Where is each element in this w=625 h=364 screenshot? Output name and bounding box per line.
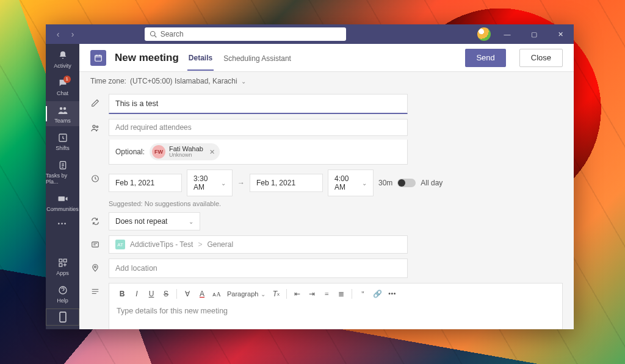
end-date-input[interactable]: Feb 1, 2021: [250, 174, 323, 192]
number-list-button[interactable]: ≣: [334, 287, 348, 301]
required-attendees-input[interactable]: Add required attendees: [109, 119, 408, 136]
shifts-icon: [57, 132, 68, 143]
location-input[interactable]: Add location: [109, 259, 408, 278]
italic-button[interactable]: I: [130, 287, 143, 301]
rail-device[interactable]: [46, 309, 79, 326]
attendee-chip: FW Fati Wahab Unknown ✕: [150, 143, 220, 160]
attendee-avatar: FW: [152, 145, 165, 159]
rail-shifts[interactable]: Shifts: [46, 129, 79, 154]
rail-more[interactable]: •••: [46, 217, 79, 229]
remove-attendee-button[interactable]: ✕: [209, 148, 215, 156]
main-panel: New meeting Details Scheduling Assistant…: [79, 24, 574, 329]
location-icon: [87, 259, 104, 272]
search-icon: [150, 30, 157, 38]
communities-icon: [57, 193, 68, 204]
tab-details[interactable]: Details: [187, 45, 214, 71]
chat-badge: 1: [63, 76, 71, 83]
channel-team: AddictiveTips - Test: [130, 240, 193, 249]
search-placeholder: Search: [161, 30, 184, 38]
indent-increase-button[interactable]: ⇥: [305, 287, 319, 301]
allday-label: All day: [421, 179, 443, 187]
send-button[interactable]: Send: [465, 49, 505, 67]
font-size-button[interactable]: ᴀA: [210, 287, 223, 301]
description-editor: B I U S ∀ A ᴀA Paragraph⌄ Tx ⇤: [109, 283, 563, 329]
svg-rect-12: [95, 55, 102, 60]
svg-point-0: [150, 32, 155, 37]
maximize-button[interactable]: ▢: [524, 24, 544, 44]
close-window-button[interactable]: ✕: [551, 24, 571, 44]
svg-point-2: [59, 107, 62, 110]
allday-toggle[interactable]: [397, 179, 416, 187]
tab-scheduling-assistant[interactable]: Scheduling Assistant: [222, 46, 292, 70]
page-header: New meeting Details Scheduling Assistant…: [79, 44, 574, 72]
timezone-row[interactable]: Time zone: (UTC+05:00) Islamabad, Karach…: [79, 72, 574, 90]
title-bar: ‹ › Search — ▢ ✕: [46, 24, 574, 44]
paragraph-select[interactable]: Paragraph⌄: [225, 290, 268, 298]
start-time-input[interactable]: 3:30 AM⌄: [187, 170, 233, 196]
device-icon: [57, 312, 68, 323]
rail-apps[interactable]: Apps: [46, 254, 79, 279]
svg-line-1: [154, 35, 156, 37]
chevron-down-icon: ⌄: [362, 180, 367, 187]
svg-point-3: [63, 107, 66, 110]
rail-teams[interactable]: Teams: [46, 101, 79, 126]
chevron-down-icon: ⌄: [221, 180, 226, 187]
calendar-icon: [90, 50, 106, 66]
optional-attendees-row[interactable]: Optional: FW Fati Wahab Unknown ✕: [109, 140, 408, 165]
svg-point-14: [96, 126, 98, 128]
svg-point-13: [93, 125, 95, 127]
strike-button[interactable]: S: [159, 287, 173, 301]
rail-label: Help: [57, 298, 68, 304]
timezone-label: Time zone:: [90, 77, 126, 85]
description-input[interactable]: Type details for this new meeting: [109, 304, 562, 329]
highlight-button[interactable]: ∀: [181, 287, 194, 301]
svg-rect-11: [60, 312, 66, 322]
rail-label: Activity: [54, 63, 71, 69]
tasks-icon: [57, 160, 68, 171]
people-icon: [87, 119, 104, 132]
close-button[interactable]: Close: [519, 49, 563, 67]
apps-icon: [57, 257, 68, 268]
team-avatar: AT: [115, 240, 125, 249]
more-icon: •••: [58, 221, 67, 227]
rail-tasks[interactable]: Tasks by Pla...: [46, 156, 79, 187]
rail-help[interactable]: Help: [46, 281, 79, 306]
back-button[interactable]: ‹: [52, 29, 64, 39]
link-button[interactable]: 🔗: [370, 287, 384, 301]
rail-label: Tasks by Pla...: [46, 173, 79, 185]
clear-format-button[interactable]: Tx: [269, 287, 283, 301]
teams-icon: [57, 105, 68, 116]
bell-icon: [57, 50, 68, 61]
minimize-button[interactable]: —: [497, 24, 518, 44]
chevron-down-icon: ⌄: [189, 218, 193, 225]
svg-rect-7: [59, 259, 62, 262]
search-box[interactable]: Search: [145, 27, 346, 41]
more-format-button[interactable]: •••: [385, 287, 399, 301]
recurrence-select[interactable]: Does not repeat⌄: [109, 212, 200, 230]
description-icon: [87, 283, 104, 295]
rail-label: Communities: [46, 206, 79, 212]
duration-label: 30m: [378, 179, 392, 187]
repeat-icon: [87, 212, 104, 226]
channel-name: General: [207, 240, 233, 249]
editor-toolbar: B I U S ∀ A ᴀA Paragraph⌄ Tx ⇤: [109, 284, 562, 304]
rail-communities[interactable]: Communities: [46, 190, 79, 215]
rail-chat[interactable]: 1 Chat: [46, 74, 79, 99]
channel-input[interactable]: AT AddictiveTips - Test > General: [109, 235, 408, 254]
rail-activity[interactable]: Activity: [46, 46, 79, 71]
end-time-input[interactable]: 4:00 AM⌄: [328, 170, 374, 196]
rail-label: Shifts: [56, 145, 70, 151]
svg-rect-6: [58, 196, 65, 201]
start-date-input[interactable]: Feb 1, 2021: [109, 174, 182, 192]
underline-button[interactable]: U: [145, 287, 158, 301]
user-avatar[interactable]: [477, 27, 491, 41]
app-rail: Activity 1 Chat Teams Shifts Tasks by Pl…: [46, 24, 79, 329]
quote-button[interactable]: ": [356, 287, 369, 301]
bold-button[interactable]: B: [115, 287, 129, 301]
meeting-title-input[interactable]: This is a test: [109, 94, 408, 114]
forward-button[interactable]: ›: [67, 29, 79, 39]
bullet-list-button[interactable]: ≡: [320, 287, 333, 301]
optional-label: Optional:: [115, 148, 145, 156]
font-color-button[interactable]: A: [195, 287, 209, 301]
indent-decrease-button[interactable]: ⇤: [291, 287, 304, 301]
